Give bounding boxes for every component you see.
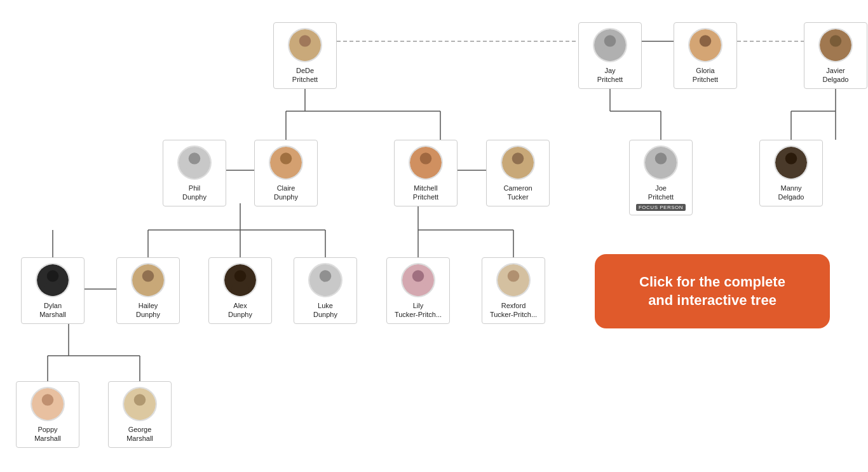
person-phil[interactable]: Phil Dunphy [163,140,226,206]
person-poppy[interactable]: Poppy Marshall [16,381,79,448]
svg-point-74 [412,270,424,282]
avatar-dylan [36,263,70,297]
person-cameron[interactable]: Cameron Tucker [486,140,550,206]
avatar-george [123,387,157,421]
avatar-manny [774,145,808,180]
name-joe: Joe [655,184,667,192]
svg-point-32 [299,35,311,47]
avatar-cameron [501,145,535,180]
svg-point-47 [280,152,292,165]
name-manny: Manny [780,184,801,192]
svg-point-65 [142,270,154,282]
avatar-joe [644,145,678,180]
svg-point-42 [827,47,844,61]
svg-point-66 [139,282,157,296]
surname-jay: Pritchett [597,75,623,84]
person-george[interactable]: George Marshall [108,381,172,448]
name-luke: Luke [318,301,333,310]
cta-button[interactable]: Click for the complete and interactive t… [595,254,830,328]
person-dylan[interactable]: Dylan Marshall [21,257,85,324]
name-phil: Phil [189,184,200,192]
svg-point-69 [231,282,249,296]
avatar-alex [223,263,257,297]
avatar-poppy [31,387,65,421]
surname-rexford: Tucker-Pritch... [490,310,537,319]
person-jay[interactable]: Jay Pritchett [578,22,642,89]
avatar-claire [269,145,303,180]
svg-point-62 [47,270,59,282]
name-dede: DeDe [296,66,314,75]
svg-point-39 [696,47,714,61]
name-george: George [128,425,152,434]
svg-point-68 [234,270,247,282]
svg-point-83 [134,394,146,406]
svg-point-51 [417,165,435,179]
avatar-dede [288,28,322,62]
surname-poppy: Marshall [34,434,61,443]
person-manny[interactable]: Manny Delgado [759,140,823,206]
surname-dylan: Marshall [39,310,66,319]
avatar-hailey [131,263,165,297]
name-dylan: Dylan [44,301,62,310]
surname-hailey: Dunphy [136,310,160,319]
cta-line2: and interactive tree [648,292,776,308]
surname-lily: Tucker-Pritch... [395,310,442,319]
name-jay: Jay [604,66,615,75]
person-hailey[interactable]: Hailey Dunphy [116,257,180,324]
avatar-mitchell [409,145,443,180]
svg-point-77 [508,270,520,282]
surname-phil: Dunphy [182,192,207,201]
name-lily: Lily [413,301,424,310]
person-rexford[interactable]: Rexford Tucker-Pritch... [482,257,545,324]
avatar-javier [818,28,853,62]
person-javier[interactable]: Javier Delgado [804,22,867,89]
person-lily[interactable]: Lily Tucker-Pritch... [386,257,450,324]
svg-point-71 [320,270,332,282]
svg-point-78 [505,282,522,296]
surname-mitchell: Pritchett [413,192,438,201]
avatar-gloria [688,28,722,62]
svg-point-33 [296,47,314,61]
person-alex[interactable]: Alex Dunphy [208,257,272,324]
svg-point-36 [601,47,619,61]
svg-point-41 [830,35,842,47]
surname-claire: Dunphy [274,192,298,201]
name-poppy: Poppy [37,425,57,434]
person-luke[interactable]: Luke Dunphy [294,257,357,324]
svg-point-59 [785,152,797,165]
svg-point-35 [604,35,616,47]
svg-point-57 [652,165,670,179]
name-rexford: Rexford [501,301,526,310]
surname-javier: Delgado [823,75,849,84]
svg-point-56 [655,152,667,165]
name-claire: Claire [277,184,295,192]
name-mitchell: Mitchell [414,184,437,192]
surname-george: Marshall [126,434,153,443]
person-claire[interactable]: Claire Dunphy [254,140,318,206]
svg-point-63 [44,282,62,296]
svg-point-54 [509,165,527,179]
family-tree: DeDe Pritchett Jay Pritchett Gloria Prit… [0,0,868,472]
person-dede[interactable]: DeDe Pritchett [273,22,337,89]
name-gloria: Gloria [696,66,714,75]
cta-line1: Click for the complete [639,274,785,290]
focus-badge-joe: FOCUS PERSON [636,204,686,211]
svg-point-84 [131,406,149,420]
person-joe[interactable]: Joe Pritchett FOCUS PERSON [629,140,693,215]
svg-point-38 [700,35,712,47]
svg-point-80 [42,394,54,406]
surname-manny: Delgado [778,192,804,201]
name-alex: Alex [233,301,247,310]
person-mitchell[interactable]: Mitchell Pritchett [394,140,458,206]
svg-point-72 [316,282,334,296]
svg-point-50 [420,152,432,165]
person-gloria[interactable]: Gloria Pritchett [674,22,737,89]
svg-point-44 [189,152,201,165]
surname-luke: Dunphy [313,310,337,319]
svg-point-45 [186,165,203,179]
svg-point-53 [512,152,524,165]
avatar-jay [593,28,627,62]
avatar-rexford [496,263,531,297]
name-cameron: Cameron [503,184,532,192]
svg-point-75 [409,282,427,296]
